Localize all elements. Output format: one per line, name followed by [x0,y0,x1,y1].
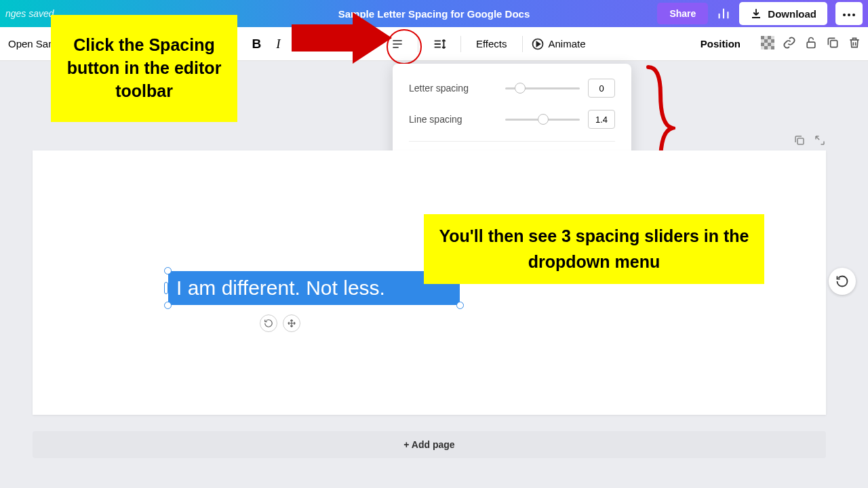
resize-handle[interactable] [164,267,172,274]
letter-spacing-row: Letter spacing 0 [409,79,615,98]
expand-icon[interactable] [814,134,826,149]
selected-text-box[interactable]: I am different. Not less. [168,271,460,305]
banner-actions: Share Download [657,2,863,25]
line-spacing-slider[interactable] [505,119,580,121]
underline-icon[interactable]: U [290,33,309,55]
letter-spacing-value[interactable]: 0 [588,79,615,98]
svg-rect-8 [771,39,774,43]
svg-rect-6 [768,36,771,39]
download-label: Download [768,8,816,20]
more-icon[interactable] [835,2,863,25]
link-icon[interactable] [783,36,796,52]
trash-icon[interactable] [848,36,861,52]
letter-spacing-slider[interactable] [505,87,580,89]
download-button[interactable]: Download [739,2,827,25]
move-icon[interactable] [283,314,300,332]
svg-point-2 [852,14,855,16]
spacing-button[interactable] [427,33,452,56]
svg-rect-7 [764,39,768,43]
duplicate-page-icon[interactable] [793,134,806,149]
rotate-icon[interactable] [260,314,277,332]
svg-rect-12 [771,46,774,49]
svg-rect-11 [764,46,768,49]
resize-handle[interactable] [164,282,168,294]
separator [522,36,523,52]
svg-point-0 [843,14,846,16]
svg-rect-16 [797,138,804,144]
list-icon[interactable] [385,33,410,55]
animate-button[interactable]: Animate [531,37,586,51]
toolbar-right [761,36,861,52]
line-spacing-label: Line spacing [409,114,462,125]
font-selector[interactable]: Open San [7,35,56,52]
reset-view-icon[interactable] [829,268,856,295]
doc-title[interactable]: Sample Letter Spacing for Google Docs [338,8,530,20]
text-content[interactable]: I am different. Not less. [176,277,385,300]
lock-icon[interactable] [804,36,818,52]
element-controls [260,314,300,332]
saved-status: nges saved [5,8,54,19]
add-page-button[interactable]: + Add page [33,431,826,458]
svg-rect-10 [768,43,771,46]
bold-icon[interactable]: B [247,33,267,56]
divider [409,141,615,142]
line-spacing-row: Line spacing 1.4 [409,110,615,129]
line-spacing-value[interactable]: 1.4 [588,110,615,129]
svg-point-1 [848,14,850,16]
separator [460,36,461,52]
separator [418,36,418,52]
animate-label: Animate [549,38,586,49]
copy-icon[interactable] [826,36,840,52]
letter-spacing-label: Letter spacing [409,83,469,94]
position-button[interactable]: Position [695,35,746,52]
svg-rect-14 [831,40,837,47]
italic-icon[interactable]: I [271,33,285,56]
annotation-note-2: You'll then see 3 spacing sliders in the… [424,214,764,284]
canvas-actions [793,134,826,149]
share-button[interactable]: Share [657,3,708,24]
effects-button[interactable]: Effects [469,34,514,54]
svg-rect-5 [761,36,764,39]
svg-rect-9 [761,43,764,46]
annotation-note-1: Click the Spacing button in the editor t… [51,15,237,122]
resize-handle[interactable] [456,302,464,309]
transparency-icon[interactable] [761,36,774,52]
analytics-icon[interactable] [716,6,731,21]
resize-handle[interactable] [164,302,172,309]
svg-rect-13 [807,42,815,47]
